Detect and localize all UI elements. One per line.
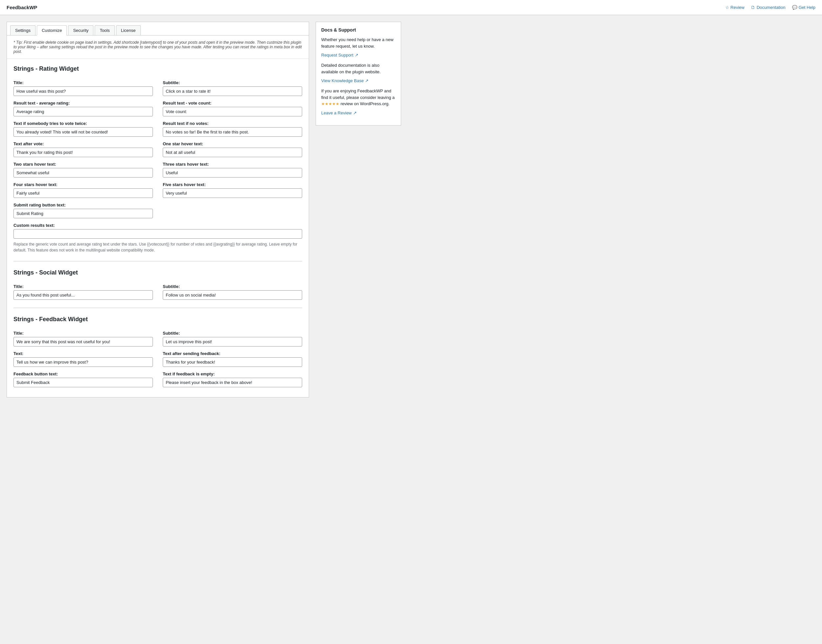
field-title: Title: (14, 80, 153, 96)
external-link-icon-3: ↗ (353, 110, 357, 115)
four-star-label: Four stars hover text: (14, 182, 153, 187)
tab-settings[interactable]: Settings (10, 25, 35, 35)
field-three-star: Three stars hover text: (163, 162, 302, 178)
submit-btn-label: Submit rating button text: (14, 202, 153, 207)
docs-title: Docs & Support (321, 27, 396, 32)
get-help-link[interactable]: 💬 Get Help (792, 5, 816, 10)
field-custom-results: Custom results text: Replace the generic… (14, 223, 302, 253)
result-avg-label: Result text - average rating: (14, 101, 153, 106)
admin-bar: FeedbackWP ☆ Review 🗋 Documentation 💬 Ge… (0, 0, 822, 15)
stars-display: ★★★★★ (321, 101, 339, 106)
field-fb-title: Title: (14, 331, 153, 347)
three-star-input[interactable] (163, 168, 302, 178)
review-link[interactable]: ☆ Review (725, 5, 745, 10)
docs-section-review: If you are enjoying FeedbackWP and find … (321, 88, 396, 115)
social-title-input[interactable] (14, 290, 153, 300)
custom-results-label: Custom results text: (14, 223, 302, 228)
fb-empty-input[interactable] (163, 378, 302, 387)
four-star-input[interactable] (14, 189, 153, 198)
leave-review-link[interactable]: Leave a Review ↗ (321, 110, 357, 115)
field-fb-btn: Feedback button text: (14, 371, 153, 387)
fb-after-send-label: Text after sending feedback: (163, 351, 302, 356)
field-text-after-vote: Text after vote: (14, 141, 153, 157)
header-links: ☆ Review 🗋 Documentation 💬 Get Help (725, 5, 816, 10)
submit-btn-input[interactable] (14, 209, 153, 218)
view-kb-link[interactable]: View Knowledge Base ↗ (321, 78, 369, 83)
one-star-label: One star hover text: (163, 141, 302, 146)
rating-widget-title: Strings - Rating Widget (14, 66, 302, 75)
field-fb-text: Text: (14, 351, 153, 367)
fb-subtitle-label: Subtitle: (163, 331, 302, 336)
fb-title-input[interactable] (14, 337, 153, 347)
title-field-label: Title: (14, 80, 153, 85)
two-star-input[interactable] (14, 168, 153, 178)
custom-results-desc: Replace the generic vote count and avera… (14, 241, 302, 253)
fb-title-label: Title: (14, 331, 153, 336)
tab-security[interactable]: Security (68, 25, 94, 35)
text-after-vote-input[interactable] (14, 147, 153, 157)
field-no-votes: Result text if no votes: (163, 121, 302, 137)
docs-kb-text: Detailed documentation is also available… (321, 62, 396, 75)
feedback-widget-title: Strings - Feedback Widget (14, 316, 302, 325)
one-star-input[interactable] (163, 147, 302, 157)
external-link-icon: ↗ (355, 52, 358, 58)
three-star-label: Three stars hover text: (163, 162, 302, 167)
main-content: Settings Customize Security Tools Licens… (6, 22, 309, 397)
star-icon: ☆ (725, 5, 729, 10)
subtitle-input[interactable] (163, 86, 302, 96)
documentation-link[interactable]: 🗋 Documentation (751, 5, 785, 10)
social-title-label: Title: (14, 284, 153, 289)
field-vote-twice: Text if somebody tries to vote twice: (14, 121, 153, 137)
docs-section-support: Whether you need help or have a new feat… (321, 37, 396, 58)
result-votecount-label: Result text - vote count: (163, 101, 302, 106)
title-input[interactable] (14, 86, 153, 96)
docs-box: Docs & Support Whether you need help or … (316, 22, 401, 126)
field-result-avg: Result text - average rating: (14, 101, 153, 117)
fb-btn-label: Feedback button text: (14, 371, 153, 376)
doc-icon: 🗋 (751, 5, 755, 10)
fb-text-label: Text: (14, 351, 153, 356)
sidebar: Docs & Support Whether you need help or … (316, 22, 401, 397)
feedback-widget-section: Strings - Feedback Widget Title: Subtitl… (14, 316, 302, 387)
social-subtitle-input[interactable] (163, 290, 302, 300)
social-widget-title: Strings - Social Widget (14, 269, 302, 279)
tab-tools[interactable]: Tools (95, 25, 114, 35)
divider-2 (14, 308, 302, 308)
result-votecount-input[interactable] (163, 107, 302, 117)
request-support-link[interactable]: Request Support ↗ (321, 52, 358, 58)
field-subtitle: Subtitle: (163, 80, 302, 96)
tab-license[interactable]: License (116, 25, 141, 35)
two-star-label: Two stars hover text: (14, 162, 153, 167)
tab-customize[interactable]: Customize (37, 25, 67, 35)
vote-twice-label: Text if somebody tries to vote twice: (14, 121, 153, 126)
tip-box: * Tip: First enable delete cookie on pag… (7, 35, 309, 59)
fb-after-send-input[interactable] (163, 357, 302, 367)
five-star-input[interactable] (163, 189, 302, 198)
fb-text-input[interactable] (14, 357, 153, 367)
vote-twice-input[interactable] (14, 127, 153, 137)
social-widget-fields: Title: Subtitle: (14, 284, 302, 300)
fb-btn-input[interactable] (14, 378, 153, 387)
field-fb-subtitle: Subtitle: (163, 331, 302, 347)
social-subtitle-label: Subtitle: (163, 284, 302, 289)
external-link-icon-2: ↗ (365, 78, 369, 83)
field-fb-after-send: Text after sending feedback: (163, 351, 302, 367)
field-five-star: Five stars hover text: (163, 182, 302, 198)
field-fb-empty: Text if feedback is empty: (163, 371, 302, 387)
subtitle-field-label: Subtitle: (163, 80, 302, 85)
custom-results-input[interactable] (14, 229, 302, 239)
result-avg-input[interactable] (14, 107, 153, 117)
field-social-title: Title: (14, 284, 153, 300)
docs-review-text: If you are enjoying FeedbackWP and find … (321, 88, 396, 107)
text-after-vote-label: Text after vote: (14, 141, 153, 146)
docs-section-kb: Detailed documentation is also available… (321, 62, 396, 83)
fb-subtitle-input[interactable] (163, 337, 302, 347)
divider-1 (14, 261, 302, 261)
fb-empty-label: Text if feedback is empty: (163, 371, 302, 376)
feedback-widget-fields: Title: Subtitle: Text: Text after sendin… (14, 331, 302, 387)
field-social-subtitle: Subtitle: (163, 284, 302, 300)
docs-support-text: Whether you need help or have a new feat… (321, 37, 396, 49)
no-votes-input[interactable] (163, 127, 302, 137)
five-star-label: Five stars hover text: (163, 182, 302, 187)
tip-text: * Tip: First enable delete cookie on pag… (14, 40, 302, 54)
